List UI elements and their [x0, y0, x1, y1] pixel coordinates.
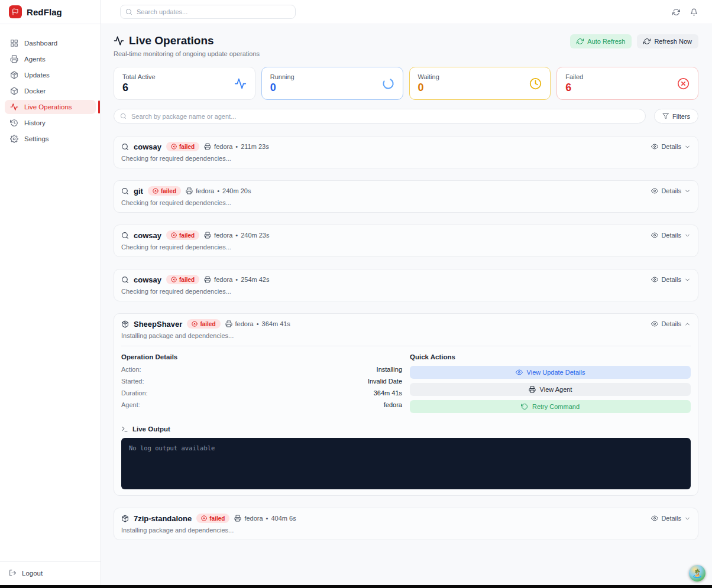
stat-value: 0	[418, 82, 439, 94]
activity-icon	[234, 77, 247, 90]
operation-name: SheepShaver	[134, 320, 182, 329]
operation-name: cowsay	[134, 275, 161, 284]
agent-info: fedora • 240m 23s	[204, 232, 269, 239]
terminal-icon	[121, 425, 128, 433]
chevron-down-icon	[684, 232, 691, 239]
stat-label: Failed	[565, 73, 583, 80]
operation-details-title: Operation Details	[121, 353, 402, 360]
agent-info: fedora • 211m 23s	[204, 143, 269, 150]
eye-icon	[516, 369, 523, 376]
sidebar-item-agents[interactable]: Agents	[5, 52, 96, 66]
details-button[interactable]: Details	[651, 320, 691, 327]
details-button[interactable]: Details	[651, 515, 691, 522]
sidebar-item-label: Agents	[24, 56, 46, 63]
agents-icon	[204, 143, 211, 150]
detail-field: Action: Installing	[121, 366, 402, 373]
agents-icon	[204, 276, 211, 283]
chevron-down-icon	[684, 277, 691, 283]
operation-card: 7zip-standalone failed fedora • 404m 6s	[114, 508, 698, 540]
status-badge: failed	[148, 186, 181, 196]
agent-info: fedora • 364m 41s	[225, 320, 290, 327]
auto-refresh-button[interactable]: Auto Refresh	[570, 34, 632, 48]
eye-icon	[651, 320, 658, 327]
view-agent-button[interactable]: View Agent	[410, 383, 691, 396]
refresh-now-button[interactable]: Refresh Now	[637, 34, 698, 48]
sidebar-item-label: Docker	[24, 87, 46, 95]
retry-command-button[interactable]: Retry Command	[410, 400, 691, 413]
bell-icon[interactable]	[690, 8, 698, 16]
details-button[interactable]: Details	[651, 232, 691, 239]
activity-icon	[10, 103, 18, 111]
chevron-down-icon	[684, 144, 691, 150]
sidebar-item-history[interactable]: History	[5, 116, 96, 130]
operation-message: Installing package and dependencies...	[121, 332, 691, 339]
page-title: Live Operations	[129, 34, 214, 47]
view-update-details-button[interactable]: View Update Details	[410, 366, 691, 379]
operation-details-section: Operation Details Action: Installing Sta…	[121, 353, 402, 417]
detail-field: Agent: fedora	[121, 401, 402, 408]
detail-field: Duration: 364m 41s	[121, 389, 402, 397]
global-search-input[interactable]	[120, 5, 296, 19]
stat-value: 0	[270, 82, 294, 94]
chevron-down-icon	[684, 188, 691, 194]
operation-card: cowsay failed fedora • 240m 23s	[114, 225, 698, 257]
sidebar-item-label: Updates	[24, 72, 50, 79]
circle-x-icon	[171, 277, 177, 282]
refresh-icon[interactable]	[672, 8, 680, 16]
stat-card-total-active: Total Active 6	[114, 67, 255, 100]
operation-card-expanded: SheepShaver failed fedora • 364m 41s	[114, 313, 698, 496]
stat-value: 6	[122, 82, 156, 94]
brand-name: RedFlag	[27, 7, 62, 17]
app-window: RedFlag Dashboard Agents Updates Docker …	[0, 0, 712, 588]
status-badge: failed	[166, 230, 199, 240]
redflag-logo-icon	[9, 5, 22, 18]
circle-x-icon	[677, 77, 690, 90]
topbar	[101, 0, 712, 24]
agents-icon	[225, 320, 232, 327]
island-widget-button[interactable]: 🏝️	[689, 565, 705, 581]
operation-card: cowsay failed fedora • 211m 23s	[114, 136, 698, 168]
logout-button[interactable]: Logout	[9, 569, 92, 577]
main-area: Live Operations Real-time monitoring of …	[101, 0, 712, 585]
sidebar-item-dashboard[interactable]: Dashboard	[5, 36, 96, 50]
live-output-title: Live Output	[132, 425, 170, 433]
eye-icon	[651, 187, 658, 194]
sidebar-item-label: Dashboard	[24, 40, 57, 47]
operation-message: Installing package and dependencies...	[121, 527, 691, 534]
sidebar-item-live-operations[interactable]: Live Operations	[5, 100, 96, 114]
sidebar-item-label: Live Operations	[24, 103, 72, 111]
circle-x-icon	[153, 188, 158, 194]
details-button[interactable]: Details	[651, 276, 691, 283]
spinner-icon	[382, 77, 394, 90]
filters-button[interactable]: Filters	[654, 109, 698, 124]
operation-name: cowsay	[134, 231, 161, 240]
activity-icon	[114, 35, 124, 46]
agents-icon	[234, 515, 241, 522]
agent-info: fedora • 254m 42s	[204, 276, 269, 283]
sidebar-item-settings[interactable]: Settings	[5, 132, 96, 146]
stat-card-running: Running 0	[261, 67, 403, 100]
sidebar-item-updates[interactable]: Updates	[5, 68, 96, 82]
chevron-up-icon	[684, 321, 691, 327]
sidebar-item-docker[interactable]: Docker	[5, 84, 96, 98]
operation-message: Checking for required dependencies...	[121, 288, 691, 295]
brand[interactable]: RedFlag	[0, 0, 101, 24]
sidebar-item-label: Settings	[24, 135, 49, 142]
status-badge: failed	[166, 142, 199, 151]
operation-name: 7zip-standalone	[134, 514, 192, 523]
operations-search-input[interactable]	[114, 109, 646, 124]
sidebar-item-label: History	[24, 119, 46, 126]
logout-icon	[9, 569, 17, 577]
filter-row: Filters	[114, 109, 698, 124]
agent-info: fedora • 240m 20s	[186, 187, 251, 194]
package-icon	[121, 320, 129, 328]
circle-x-icon	[192, 321, 198, 327]
details-button[interactable]: Details	[651, 143, 691, 150]
package-icon	[121, 515, 129, 522]
circle-x-icon	[171, 144, 177, 150]
history-icon	[10, 119, 18, 127]
terminal-output: No log output available	[121, 438, 691, 489]
details-button[interactable]: Details	[651, 187, 691, 194]
grid-icon	[10, 39, 18, 47]
eye-icon	[651, 232, 658, 239]
